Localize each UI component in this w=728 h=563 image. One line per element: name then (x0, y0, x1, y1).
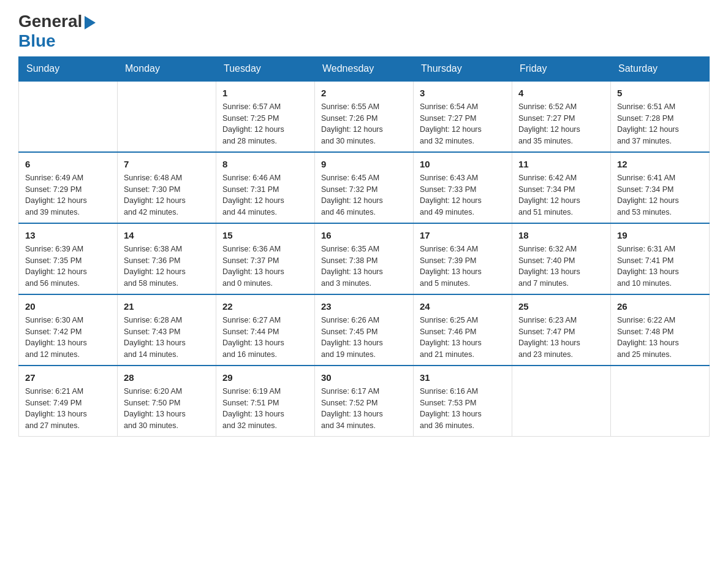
day-number: 19 (617, 229, 703, 242)
day-info: Sunrise: 6:41 AMSunset: 7:34 PMDaylight:… (617, 174, 679, 216)
calendar-cell: 14Sunrise: 6:38 AMSunset: 7:36 PMDayligh… (118, 223, 216, 294)
day-number: 14 (124, 229, 210, 242)
day-number: 5 (617, 86, 703, 99)
calendar-cell: 16Sunrise: 6:35 AMSunset: 7:38 PMDayligh… (315, 223, 414, 294)
day-info: Sunrise: 6:38 AMSunset: 7:36 PMDaylight:… (124, 245, 186, 288)
day-info: Sunrise: 6:20 AMSunset: 7:50 PMDaylight:… (124, 387, 186, 430)
day-number: 1 (222, 86, 308, 99)
calendar-cell: 19Sunrise: 6:31 AMSunset: 7:41 PMDayligh… (611, 223, 710, 294)
day-info: Sunrise: 6:22 AMSunset: 7:48 PMDaylight:… (617, 316, 679, 359)
logo: General Blue (18, 12, 96, 50)
day-info: Sunrise: 6:55 AMSunset: 7:26 PMDaylight:… (321, 102, 383, 145)
day-number: 11 (518, 158, 604, 170)
day-number: 8 (222, 158, 308, 170)
calendar-cell: 2Sunrise: 6:55 AMSunset: 7:26 PMDaylight… (315, 81, 414, 152)
calendar-cell: 21Sunrise: 6:28 AMSunset: 7:43 PMDayligh… (118, 294, 216, 366)
calendar-cell: 4Sunrise: 6:52 AMSunset: 7:27 PMDaylight… (512, 81, 611, 152)
day-number: 24 (420, 300, 506, 313)
day-info: Sunrise: 6:39 AMSunset: 7:35 PMDaylight:… (25, 245, 87, 288)
logo-arrow-icon (85, 16, 96, 32)
day-number: 29 (222, 371, 308, 384)
day-info: Sunrise: 6:57 AMSunset: 7:25 PMDaylight:… (222, 102, 284, 145)
calendar-cell (611, 366, 710, 437)
calendar-cell: 26Sunrise: 6:22 AMSunset: 7:48 PMDayligh… (611, 294, 710, 366)
logo-blue-text: Blue (18, 31, 56, 50)
calendar-week-row: 27Sunrise: 6:21 AMSunset: 7:49 PMDayligh… (19, 366, 710, 437)
day-info: Sunrise: 6:26 AMSunset: 7:45 PMDaylight:… (321, 316, 383, 359)
calendar-cell: 15Sunrise: 6:36 AMSunset: 7:37 PMDayligh… (216, 223, 315, 294)
weekday-header-tuesday: Tuesday (216, 57, 315, 82)
calendar-cell: 25Sunrise: 6:23 AMSunset: 7:47 PMDayligh… (512, 294, 611, 366)
day-info: Sunrise: 6:42 AMSunset: 7:34 PMDaylight:… (518, 174, 580, 216)
day-number: 31 (420, 371, 506, 384)
day-number: 16 (321, 229, 407, 242)
day-number: 26 (617, 300, 703, 313)
day-number: 7 (124, 158, 210, 170)
day-number: 20 (25, 300, 111, 313)
calendar-cell: 18Sunrise: 6:32 AMSunset: 7:40 PMDayligh… (512, 223, 611, 294)
weekday-header-friday: Friday (512, 57, 611, 82)
day-info: Sunrise: 6:54 AMSunset: 7:27 PMDaylight:… (420, 102, 482, 145)
calendar-cell: 29Sunrise: 6:19 AMSunset: 7:51 PMDayligh… (216, 366, 315, 437)
day-info: Sunrise: 6:46 AMSunset: 7:31 PMDaylight:… (222, 174, 284, 216)
day-number: 10 (420, 158, 506, 170)
day-info: Sunrise: 6:49 AMSunset: 7:29 PMDaylight:… (25, 174, 87, 216)
calendar-cell: 17Sunrise: 6:34 AMSunset: 7:39 PMDayligh… (414, 223, 512, 294)
day-number: 2 (321, 86, 407, 99)
day-number: 17 (420, 229, 506, 242)
calendar-cell: 30Sunrise: 6:17 AMSunset: 7:52 PMDayligh… (315, 366, 414, 437)
day-number: 6 (25, 158, 111, 170)
day-number: 23 (321, 300, 407, 313)
calendar-cell: 10Sunrise: 6:43 AMSunset: 7:33 PMDayligh… (414, 152, 512, 223)
calendar-cell: 3Sunrise: 6:54 AMSunset: 7:27 PMDaylight… (414, 81, 512, 152)
day-info: Sunrise: 6:32 AMSunset: 7:40 PMDaylight:… (518, 245, 580, 288)
calendar-week-row: 6Sunrise: 6:49 AMSunset: 7:29 PMDaylight… (19, 152, 710, 223)
calendar-cell: 20Sunrise: 6:30 AMSunset: 7:42 PMDayligh… (19, 294, 118, 366)
day-number: 27 (25, 371, 111, 384)
day-info: Sunrise: 6:51 AMSunset: 7:28 PMDaylight:… (617, 102, 679, 145)
day-info: Sunrise: 6:52 AMSunset: 7:27 PMDaylight:… (518, 102, 580, 145)
day-info: Sunrise: 6:35 AMSunset: 7:38 PMDaylight:… (321, 245, 383, 288)
day-number: 9 (321, 158, 407, 170)
day-number: 13 (25, 229, 111, 242)
calendar-cell: 11Sunrise: 6:42 AMSunset: 7:34 PMDayligh… (512, 152, 611, 223)
calendar-cell: 6Sunrise: 6:49 AMSunset: 7:29 PMDaylight… (19, 152, 118, 223)
calendar-cell: 24Sunrise: 6:25 AMSunset: 7:46 PMDayligh… (414, 294, 512, 366)
day-info: Sunrise: 6:45 AMSunset: 7:32 PMDaylight:… (321, 174, 383, 216)
day-number: 18 (518, 229, 604, 242)
svg-marker-0 (85, 16, 96, 29)
calendar-cell: 13Sunrise: 6:39 AMSunset: 7:35 PMDayligh… (19, 223, 118, 294)
page-header: General Blue (18, 12, 710, 50)
day-info: Sunrise: 6:48 AMSunset: 7:30 PMDaylight:… (124, 174, 186, 216)
day-info: Sunrise: 6:23 AMSunset: 7:47 PMDaylight:… (518, 316, 580, 359)
calendar-cell: 31Sunrise: 6:16 AMSunset: 7:53 PMDayligh… (414, 366, 512, 437)
day-number: 4 (518, 86, 604, 99)
calendar-cell (512, 366, 611, 437)
weekday-header-wednesday: Wednesday (315, 57, 414, 82)
calendar-cell (19, 81, 118, 152)
calendar-cell: 27Sunrise: 6:21 AMSunset: 7:49 PMDayligh… (19, 366, 118, 437)
calendar-cell: 5Sunrise: 6:51 AMSunset: 7:28 PMDaylight… (611, 81, 710, 152)
calendar-cell: 9Sunrise: 6:45 AMSunset: 7:32 PMDaylight… (315, 152, 414, 223)
calendar-week-row: 20Sunrise: 6:30 AMSunset: 7:42 PMDayligh… (19, 294, 710, 366)
day-info: Sunrise: 6:34 AMSunset: 7:39 PMDaylight:… (420, 245, 482, 288)
day-info: Sunrise: 6:43 AMSunset: 7:33 PMDaylight:… (420, 174, 482, 216)
calendar-cell: 22Sunrise: 6:27 AMSunset: 7:44 PMDayligh… (216, 294, 315, 366)
calendar-header-row: SundayMondayTuesdayWednesdayThursdayFrid… (19, 57, 710, 82)
day-number: 12 (617, 158, 703, 170)
day-info: Sunrise: 6:28 AMSunset: 7:43 PMDaylight:… (124, 316, 186, 359)
day-number: 28 (124, 371, 210, 384)
day-info: Sunrise: 6:19 AMSunset: 7:51 PMDaylight:… (222, 387, 284, 430)
day-number: 30 (321, 371, 407, 384)
calendar-cell: 28Sunrise: 6:20 AMSunset: 7:50 PMDayligh… (118, 366, 216, 437)
weekday-header-saturday: Saturday (611, 57, 710, 82)
day-number: 25 (518, 300, 604, 313)
day-info: Sunrise: 6:27 AMSunset: 7:44 PMDaylight:… (222, 316, 284, 359)
weekday-header-thursday: Thursday (414, 57, 512, 82)
day-number: 15 (222, 229, 308, 242)
day-info: Sunrise: 6:25 AMSunset: 7:46 PMDaylight:… (420, 316, 482, 359)
day-info: Sunrise: 6:31 AMSunset: 7:41 PMDaylight:… (617, 245, 679, 288)
day-number: 22 (222, 300, 308, 313)
calendar-cell: 8Sunrise: 6:46 AMSunset: 7:31 PMDaylight… (216, 152, 315, 223)
calendar-cell (118, 81, 216, 152)
